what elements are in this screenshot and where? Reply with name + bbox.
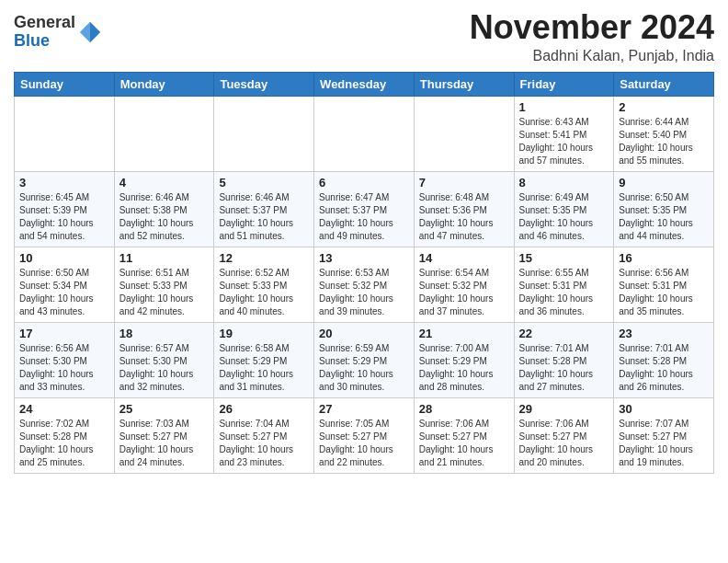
- day-number: 3: [19, 176, 109, 190]
- day-cell: 25Sunrise: 7:03 AM Sunset: 5:27 PM Dayli…: [114, 397, 214, 473]
- day-number: 8: [519, 176, 609, 190]
- day-number: 28: [419, 402, 509, 416]
- day-cell: 7Sunrise: 6:48 AM Sunset: 5:36 PM Daylig…: [414, 171, 514, 247]
- day-number: 12: [219, 251, 309, 265]
- day-number: 5: [219, 176, 309, 190]
- day-info: Sunrise: 6:57 AM Sunset: 5:30 PM Dayligh…: [119, 342, 210, 394]
- day-info: Sunrise: 7:07 AM Sunset: 5:27 PM Dayligh…: [619, 418, 709, 469]
- day-info: Sunrise: 6:56 AM Sunset: 5:30 PM Dayligh…: [19, 342, 109, 394]
- day-cell: 19Sunrise: 6:58 AM Sunset: 5:29 PM Dayli…: [214, 322, 314, 397]
- day-number: 27: [319, 402, 409, 416]
- day-number: 1: [519, 100, 609, 114]
- day-cell: 22Sunrise: 7:01 AM Sunset: 5:28 PM Dayli…: [514, 322, 614, 397]
- day-info: Sunrise: 6:53 AM Sunset: 5:32 PM Dayligh…: [319, 267, 409, 318]
- day-cell: 24Sunrise: 7:02 AM Sunset: 5:28 PM Dayli…: [15, 397, 115, 473]
- title-block: November 2024 Badhni Kalan, Punjab, Indi…: [470, 9, 714, 64]
- day-number: 21: [419, 327, 509, 340]
- day-cell: 6Sunrise: 6:47 AM Sunset: 5:37 PM Daylig…: [314, 171, 415, 247]
- day-number: 15: [519, 251, 609, 265]
- day-info: Sunrise: 6:46 AM Sunset: 5:38 PM Dayligh…: [119, 191, 210, 243]
- day-number: 2: [619, 100, 709, 114]
- day-number: 29: [519, 402, 609, 416]
- day-cell: 10Sunrise: 6:50 AM Sunset: 5:34 PM Dayli…: [15, 247, 115, 322]
- weekday-header-monday: Monday: [114, 72, 214, 96]
- day-info: Sunrise: 7:01 AM Sunset: 5:28 PM Dayligh…: [619, 342, 709, 394]
- weekday-header-sunday: Sunday: [15, 72, 115, 96]
- day-cell: 18Sunrise: 6:57 AM Sunset: 5:30 PM Dayli…: [114, 322, 214, 397]
- day-cell: 5Sunrise: 6:46 AM Sunset: 5:37 PM Daylig…: [214, 171, 314, 247]
- day-number: 20: [319, 327, 409, 340]
- day-cell: [214, 96, 314, 171]
- day-info: Sunrise: 6:46 AM Sunset: 5:37 PM Dayligh…: [219, 191, 309, 243]
- day-info: Sunrise: 6:49 AM Sunset: 5:35 PM Dayligh…: [519, 191, 609, 243]
- page-container: General Blue November 2024 Badhni Kalan,…: [0, 0, 728, 483]
- day-cell: 14Sunrise: 6:54 AM Sunset: 5:32 PM Dayli…: [414, 247, 514, 322]
- calendar: SundayMondayTuesdayWednesdayThursdayFrid…: [14, 72, 714, 474]
- day-number: 9: [619, 176, 709, 190]
- day-cell: [314, 96, 415, 171]
- day-cell: 20Sunrise: 6:59 AM Sunset: 5:29 PM Dayli…: [314, 322, 415, 397]
- day-cell: 8Sunrise: 6:49 AM Sunset: 5:35 PM Daylig…: [514, 171, 614, 247]
- week-row-4: 17Sunrise: 6:56 AM Sunset: 5:30 PM Dayli…: [15, 322, 714, 397]
- day-number: 16: [619, 251, 709, 265]
- day-info: Sunrise: 7:03 AM Sunset: 5:27 PM Dayligh…: [119, 418, 210, 469]
- day-info: Sunrise: 6:45 AM Sunset: 5:39 PM Dayligh…: [19, 191, 109, 243]
- day-number: 13: [319, 251, 409, 265]
- day-cell: 17Sunrise: 6:56 AM Sunset: 5:30 PM Dayli…: [15, 322, 115, 397]
- day-cell: 27Sunrise: 7:05 AM Sunset: 5:27 PM Dayli…: [314, 397, 415, 473]
- week-row-3: 10Sunrise: 6:50 AM Sunset: 5:34 PM Dayli…: [15, 247, 714, 322]
- day-cell: [114, 96, 214, 171]
- week-row-1: 1Sunrise: 6:43 AM Sunset: 5:41 PM Daylig…: [15, 96, 714, 171]
- day-cell: 28Sunrise: 7:06 AM Sunset: 5:27 PM Dayli…: [414, 397, 514, 473]
- logo: General Blue: [14, 14, 103, 51]
- day-info: Sunrise: 7:00 AM Sunset: 5:29 PM Dayligh…: [419, 342, 509, 394]
- day-number: 24: [19, 402, 109, 416]
- day-cell: 13Sunrise: 6:53 AM Sunset: 5:32 PM Dayli…: [314, 247, 415, 322]
- day-info: Sunrise: 6:59 AM Sunset: 5:29 PM Dayligh…: [319, 342, 409, 394]
- header: General Blue November 2024 Badhni Kalan,…: [14, 9, 714, 64]
- day-info: Sunrise: 6:58 AM Sunset: 5:29 PM Dayligh…: [219, 342, 309, 394]
- day-cell: 23Sunrise: 7:01 AM Sunset: 5:28 PM Dayli…: [614, 322, 714, 397]
- day-number: 26: [219, 402, 309, 416]
- day-number: 19: [219, 327, 309, 340]
- week-row-5: 24Sunrise: 7:02 AM Sunset: 5:28 PM Dayli…: [15, 397, 714, 473]
- day-number: 6: [319, 176, 409, 190]
- day-info: Sunrise: 6:56 AM Sunset: 5:31 PM Dayligh…: [619, 267, 709, 318]
- day-number: 18: [119, 327, 210, 340]
- day-number: 10: [19, 251, 109, 265]
- day-info: Sunrise: 7:01 AM Sunset: 5:28 PM Dayligh…: [519, 342, 609, 394]
- day-info: Sunrise: 7:06 AM Sunset: 5:27 PM Dayligh…: [519, 418, 609, 469]
- day-cell: 12Sunrise: 6:52 AM Sunset: 5:33 PM Dayli…: [214, 247, 314, 322]
- month-title: November 2024: [470, 9, 714, 46]
- day-number: 25: [119, 402, 210, 416]
- day-cell: [414, 96, 514, 171]
- day-info: Sunrise: 7:06 AM Sunset: 5:27 PM Dayligh…: [419, 418, 509, 469]
- day-number: 23: [619, 327, 709, 340]
- svg-marker-1: [80, 22, 90, 42]
- day-cell: 9Sunrise: 6:50 AM Sunset: 5:35 PM Daylig…: [614, 171, 714, 247]
- day-number: 7: [419, 176, 509, 190]
- week-row-2: 3Sunrise: 6:45 AM Sunset: 5:39 PM Daylig…: [15, 171, 714, 247]
- location: Badhni Kalan, Punjab, India: [470, 48, 714, 64]
- weekday-header-tuesday: Tuesday: [214, 72, 314, 96]
- day-info: Sunrise: 6:48 AM Sunset: 5:36 PM Dayligh…: [419, 191, 509, 243]
- day-info: Sunrise: 6:44 AM Sunset: 5:40 PM Dayligh…: [619, 116, 709, 167]
- day-cell: 21Sunrise: 7:00 AM Sunset: 5:29 PM Dayli…: [414, 322, 514, 397]
- day-cell: 30Sunrise: 7:07 AM Sunset: 5:27 PM Dayli…: [614, 397, 714, 473]
- logo-icon: [77, 19, 103, 45]
- day-info: Sunrise: 6:52 AM Sunset: 5:33 PM Dayligh…: [219, 267, 309, 318]
- day-cell: 4Sunrise: 6:46 AM Sunset: 5:38 PM Daylig…: [114, 171, 214, 247]
- day-info: Sunrise: 6:54 AM Sunset: 5:32 PM Dayligh…: [419, 267, 509, 318]
- day-number: 17: [19, 327, 109, 340]
- day-info: Sunrise: 6:43 AM Sunset: 5:41 PM Dayligh…: [519, 116, 609, 167]
- day-info: Sunrise: 6:47 AM Sunset: 5:37 PM Dayligh…: [319, 191, 409, 243]
- weekday-header-wednesday: Wednesday: [314, 72, 415, 96]
- day-number: 22: [519, 327, 609, 340]
- day-cell: 15Sunrise: 6:55 AM Sunset: 5:31 PM Dayli…: [514, 247, 614, 322]
- day-info: Sunrise: 6:50 AM Sunset: 5:35 PM Dayligh…: [619, 191, 709, 243]
- day-number: 4: [119, 176, 210, 190]
- weekday-header-row: SundayMondayTuesdayWednesdayThursdayFrid…: [15, 72, 714, 96]
- day-cell: 29Sunrise: 7:06 AM Sunset: 5:27 PM Dayli…: [514, 397, 614, 473]
- day-info: Sunrise: 6:55 AM Sunset: 5:31 PM Dayligh…: [519, 267, 609, 318]
- weekday-header-friday: Friday: [514, 72, 614, 96]
